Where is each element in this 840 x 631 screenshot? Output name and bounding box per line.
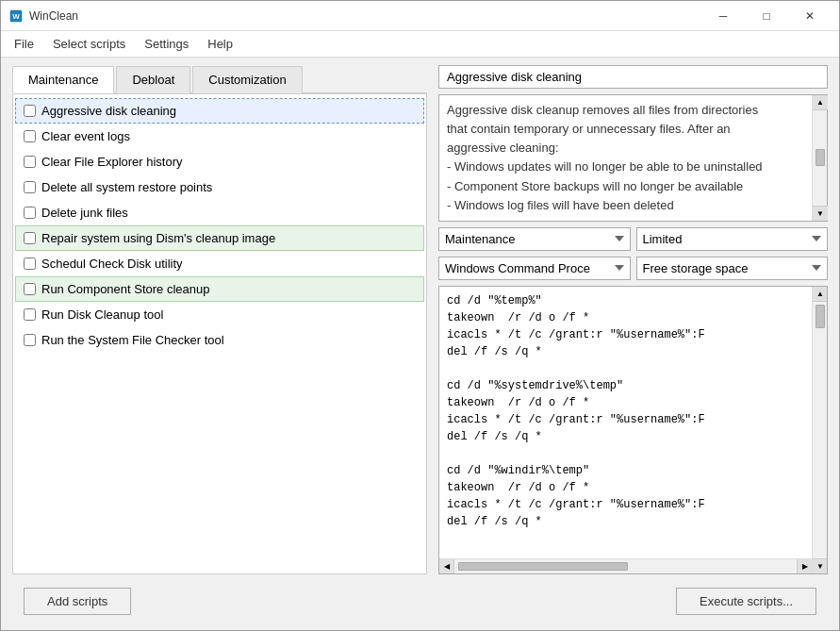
code-scroll-down[interactable]: ▼ xyxy=(813,558,828,573)
impact-dropdown[interactable]: Free storage space Speed Privacy Other xyxy=(636,257,829,280)
code-scroll-left[interactable]: ◀ xyxy=(439,559,454,574)
script-checkbox[interactable] xyxy=(24,283,36,295)
script-checkbox[interactable] xyxy=(24,156,36,168)
desc-scroll-up[interactable]: ▲ xyxy=(813,95,828,110)
list-item[interactable]: Run the System File Checker tool xyxy=(15,327,424,353)
svg-text:W: W xyxy=(12,12,20,21)
execute-scripts-button[interactable]: Execute scripts... xyxy=(676,588,816,615)
scripts-container: Aggressive disk cleaningClear event logs… xyxy=(12,93,427,574)
content-area: Maintenance Debloat Customization Aggres… xyxy=(1,58,839,630)
menu-bar: File Select scripts Settings Help xyxy=(1,31,839,58)
script-label: Clear File Explorer history xyxy=(41,155,183,169)
dropdowns-row-2: Windows Command Proce PowerShell Batch F… xyxy=(438,257,828,280)
desc-scrollbar-thumb xyxy=(815,149,825,166)
tab-maintenance[interactable]: Maintenance xyxy=(12,66,114,93)
list-item[interactable]: Run Component Store cleanup xyxy=(15,276,424,302)
tab-bar: Maintenance Debloat Customization xyxy=(12,65,427,93)
right-panel: Aggressive disk cleanup removes all file… xyxy=(438,65,828,574)
list-item[interactable]: Clear event logs xyxy=(15,124,424,149)
script-label: Run Component Store cleanup xyxy=(41,282,210,296)
list-item[interactable]: Delete junk files xyxy=(15,200,424,225)
title-bar: W WinClean ─ □ ✕ xyxy=(1,1,839,31)
script-title-field[interactable] xyxy=(438,65,828,89)
code-box-container: cd /d "%temp%" takeown /r /d o /f * icac… xyxy=(438,286,828,574)
category-dropdown[interactable]: Maintenance Debloat Customization xyxy=(438,227,631,251)
window-controls: ─ □ ✕ xyxy=(701,1,832,31)
menu-help[interactable]: Help xyxy=(198,33,242,55)
list-item[interactable]: Delete all system restore points xyxy=(15,174,424,200)
app-icon: W xyxy=(8,8,24,24)
desc-scroll-down[interactable]: ▼ xyxy=(813,206,828,221)
main-panels: Maintenance Debloat Customization Aggres… xyxy=(12,65,828,574)
code-scroll-right[interactable]: ▶ xyxy=(797,559,812,574)
script-checkbox[interactable] xyxy=(24,105,36,117)
script-label: Repair system using Dism's cleanup image xyxy=(41,231,275,245)
code-scroll-up[interactable]: ▲ xyxy=(813,287,828,302)
shell-dropdown[interactable]: Windows Command Proce PowerShell Batch xyxy=(438,257,631,280)
add-scripts-button[interactable]: Add scripts xyxy=(24,588,131,615)
script-checkbox[interactable] xyxy=(24,334,36,346)
code-vscroll-thumb xyxy=(815,305,825,328)
code-box[interactable]: cd /d "%temp%" takeown /r /d o /f * icac… xyxy=(439,287,812,558)
window-title: WinClean xyxy=(29,9,701,23)
menu-select-scripts[interactable]: Select scripts xyxy=(43,33,135,55)
script-label: Delete junk files xyxy=(41,206,128,220)
menu-settings[interactable]: Settings xyxy=(135,33,198,55)
code-hscroll-thumb xyxy=(458,562,628,571)
script-label: Run the System File Checker tool xyxy=(41,333,224,347)
script-checkbox[interactable] xyxy=(24,308,36,321)
script-label: Clear event logs xyxy=(41,129,130,143)
list-item[interactable]: Repair system using Dism's cleanup image xyxy=(15,225,424,251)
maximize-button[interactable]: □ xyxy=(745,1,788,31)
bottom-bar: Add scripts Execute scripts... xyxy=(12,582,828,623)
script-label: Run Disk Cleanup tool xyxy=(41,307,163,322)
scripts-list: Aggressive disk cleaningClear event logs… xyxy=(13,94,426,573)
tab-customization[interactable]: Customization xyxy=(192,66,302,93)
script-checkbox[interactable] xyxy=(24,130,36,142)
list-item[interactable]: Aggressive disk cleaning xyxy=(15,98,424,124)
dropdowns-row-1: Maintenance Debloat Customization Limite… xyxy=(438,227,828,251)
script-label: Schedul Check Disk utility xyxy=(41,257,183,271)
close-button[interactable]: ✕ xyxy=(788,1,832,31)
script-checkbox[interactable] xyxy=(24,232,36,244)
script-checkbox[interactable] xyxy=(24,181,36,193)
left-panel: Maintenance Debloat Customization Aggres… xyxy=(12,65,427,574)
list-item[interactable]: Clear File Explorer history xyxy=(15,149,424,174)
script-label: Aggressive disk cleaning xyxy=(41,104,176,118)
script-label: Delete all system restore points xyxy=(41,180,212,194)
description-box: Aggressive disk cleanup removes all file… xyxy=(439,95,812,221)
minimize-button[interactable]: ─ xyxy=(701,1,745,31)
menu-file[interactable]: File xyxy=(5,33,43,55)
privilege-dropdown[interactable]: Limited Standard Administrator xyxy=(636,227,829,251)
script-checkbox[interactable] xyxy=(24,207,36,219)
script-checkbox[interactable] xyxy=(24,257,36,270)
list-item[interactable]: Schedul Check Disk utility xyxy=(15,251,424,276)
list-item[interactable]: Run Disk Cleanup tool xyxy=(15,302,424,327)
tab-debloat[interactable]: Debloat xyxy=(116,66,190,93)
app-window: W WinClean ─ □ ✕ File Select scripts Set… xyxy=(0,0,840,631)
